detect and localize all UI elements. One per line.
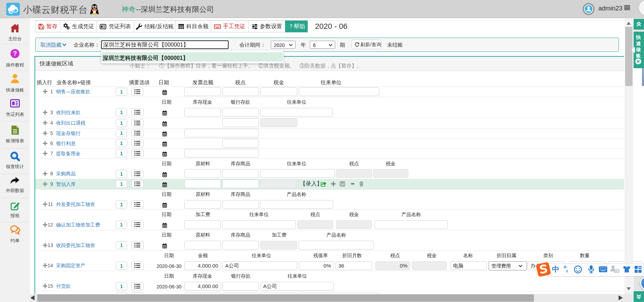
svg-text:?: ? [13,50,17,57]
svg-text:15: 15 [615,269,619,273]
